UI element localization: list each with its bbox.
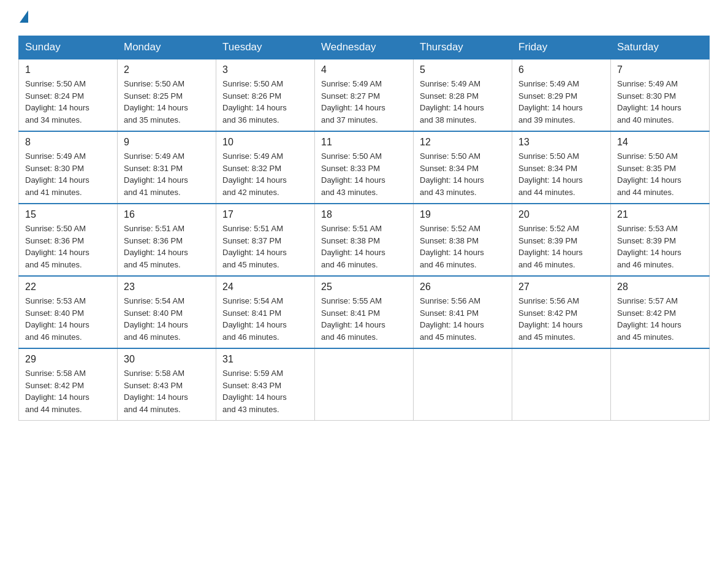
day-cell-3: 3Sunrise: 5:50 AMSunset: 8:26 PMDaylight…: [216, 59, 315, 131]
day-info: Sunrise: 5:51 AMSunset: 8:37 PMDaylight:…: [222, 223, 308, 270]
header-monday: Monday: [118, 36, 216, 59]
day-info: Sunrise: 5:50 AMSunset: 8:26 PMDaylight:…: [222, 78, 308, 126]
day-info: Sunrise: 5:49 AMSunset: 8:30 PMDaylight:…: [617, 78, 703, 126]
day-cell-11: 11Sunrise: 5:50 AMSunset: 8:33 PMDayligh…: [315, 131, 414, 204]
day-info: Sunrise: 5:59 AMSunset: 8:43 PMDaylight:…: [222, 367, 308, 415]
day-info: Sunrise: 5:54 AMSunset: 8:40 PMDaylight:…: [124, 295, 210, 343]
day-info: Sunrise: 5:53 AMSunset: 8:39 PMDaylight:…: [617, 223, 703, 270]
day-number: 5: [420, 64, 506, 75]
day-number: 6: [518, 64, 604, 75]
day-cell-13: 13Sunrise: 5:50 AMSunset: 8:34 PMDayligh…: [512, 131, 611, 204]
day-cell-7: 7Sunrise: 5:49 AMSunset: 8:30 PMDaylight…: [611, 59, 710, 131]
day-number: 8: [25, 137, 111, 148]
week-row-4: 22Sunrise: 5:53 AMSunset: 8:40 PMDayligh…: [19, 276, 710, 348]
header-thursday: Thursday: [414, 36, 512, 59]
day-info: Sunrise: 5:49 AMSunset: 8:30 PMDaylight:…: [25, 150, 111, 198]
day-cell-4: 4Sunrise: 5:49 AMSunset: 8:27 PMDaylight…: [315, 59, 414, 131]
day-cell-16: 16Sunrise: 5:51 AMSunset: 8:36 PMDayligh…: [118, 204, 216, 276]
day-cell-24: 24Sunrise: 5:54 AMSunset: 8:41 PMDayligh…: [216, 276, 315, 348]
week-row-2: 8Sunrise: 5:49 AMSunset: 8:30 PMDaylight…: [19, 131, 710, 204]
day-info: Sunrise: 5:52 AMSunset: 8:39 PMDaylight:…: [518, 223, 604, 270]
empty-cell: [611, 348, 710, 421]
day-info: Sunrise: 5:50 AMSunset: 8:33 PMDaylight:…: [321, 150, 407, 198]
empty-cell: [512, 348, 611, 421]
day-number: 14: [617, 137, 703, 148]
day-number: 31: [222, 354, 308, 365]
day-number: 10: [222, 137, 308, 148]
day-info: Sunrise: 5:49 AMSunset: 8:27 PMDaylight:…: [321, 78, 407, 126]
day-number: 17: [222, 209, 308, 220]
page-header: [18, 12, 710, 25]
day-cell-25: 25Sunrise: 5:55 AMSunset: 8:41 PMDayligh…: [315, 276, 414, 348]
day-info: Sunrise: 5:49 AMSunset: 8:28 PMDaylight:…: [420, 78, 506, 126]
day-info: Sunrise: 5:50 AMSunset: 8:34 PMDaylight:…: [420, 150, 506, 198]
day-info: Sunrise: 5:57 AMSunset: 8:42 PMDaylight:…: [617, 295, 703, 343]
day-number: 22: [25, 282, 111, 293]
day-cell-10: 10Sunrise: 5:49 AMSunset: 8:32 PMDayligh…: [216, 131, 315, 204]
week-row-1: 1Sunrise: 5:50 AMSunset: 8:24 PMDaylight…: [19, 59, 710, 131]
day-number: 28: [617, 282, 703, 293]
day-cell-15: 15Sunrise: 5:50 AMSunset: 8:36 PMDayligh…: [19, 204, 118, 276]
day-number: 26: [420, 282, 506, 293]
day-info: Sunrise: 5:55 AMSunset: 8:41 PMDaylight:…: [321, 295, 407, 343]
day-info: Sunrise: 5:52 AMSunset: 8:38 PMDaylight:…: [420, 223, 506, 270]
day-info: Sunrise: 5:49 AMSunset: 8:29 PMDaylight:…: [518, 78, 604, 126]
day-cell-20: 20Sunrise: 5:52 AMSunset: 8:39 PMDayligh…: [512, 204, 611, 276]
header-tuesday: Tuesday: [216, 36, 315, 59]
day-info: Sunrise: 5:58 AMSunset: 8:42 PMDaylight:…: [25, 367, 111, 415]
day-cell-28: 28Sunrise: 5:57 AMSunset: 8:42 PMDayligh…: [611, 276, 710, 348]
day-number: 21: [617, 209, 703, 220]
day-cell-23: 23Sunrise: 5:54 AMSunset: 8:40 PMDayligh…: [118, 276, 216, 348]
day-number: 3: [222, 64, 308, 75]
day-cell-22: 22Sunrise: 5:53 AMSunset: 8:40 PMDayligh…: [19, 276, 118, 348]
day-number: 11: [321, 137, 407, 148]
day-number: 9: [124, 137, 210, 148]
day-number: 15: [25, 209, 111, 220]
week-row-5: 29Sunrise: 5:58 AMSunset: 8:42 PMDayligh…: [19, 348, 710, 421]
day-number: 18: [321, 209, 407, 220]
day-info: Sunrise: 5:50 AMSunset: 8:25 PMDaylight:…: [124, 78, 210, 126]
day-number: 25: [321, 282, 407, 293]
day-info: Sunrise: 5:56 AMSunset: 8:42 PMDaylight:…: [518, 295, 604, 343]
day-number: 19: [420, 209, 506, 220]
day-number: 27: [518, 282, 604, 293]
empty-cell: [315, 348, 414, 421]
day-cell-26: 26Sunrise: 5:56 AMSunset: 8:41 PMDayligh…: [414, 276, 512, 348]
day-info: Sunrise: 5:49 AMSunset: 8:31 PMDaylight:…: [124, 150, 210, 198]
logo-triangle-icon: [20, 10, 28, 23]
day-info: Sunrise: 5:51 AMSunset: 8:38 PMDaylight:…: [321, 223, 407, 270]
day-info: Sunrise: 5:58 AMSunset: 8:43 PMDaylight:…: [124, 367, 210, 415]
day-info: Sunrise: 5:56 AMSunset: 8:41 PMDaylight:…: [420, 295, 506, 343]
day-info: Sunrise: 5:53 AMSunset: 8:40 PMDaylight:…: [25, 295, 111, 343]
header-saturday: Saturday: [611, 36, 710, 59]
day-cell-19: 19Sunrise: 5:52 AMSunset: 8:38 PMDayligh…: [414, 204, 512, 276]
logo: [18, 12, 28, 25]
day-cell-29: 29Sunrise: 5:58 AMSunset: 8:42 PMDayligh…: [19, 348, 118, 421]
day-cell-31: 31Sunrise: 5:59 AMSunset: 8:43 PMDayligh…: [216, 348, 315, 421]
day-cell-21: 21Sunrise: 5:53 AMSunset: 8:39 PMDayligh…: [611, 204, 710, 276]
day-number: 7: [617, 64, 703, 75]
day-number: 16: [124, 209, 210, 220]
day-info: Sunrise: 5:49 AMSunset: 8:32 PMDaylight:…: [222, 150, 308, 198]
day-info: Sunrise: 5:50 AMSunset: 8:24 PMDaylight:…: [25, 78, 111, 126]
empty-cell: [414, 348, 512, 421]
day-number: 29: [25, 354, 111, 365]
day-cell-14: 14Sunrise: 5:50 AMSunset: 8:35 PMDayligh…: [611, 131, 710, 204]
day-cell-8: 8Sunrise: 5:49 AMSunset: 8:30 PMDaylight…: [19, 131, 118, 204]
header-sunday: Sunday: [19, 36, 118, 59]
day-info: Sunrise: 5:54 AMSunset: 8:41 PMDaylight:…: [222, 295, 308, 343]
day-cell-1: 1Sunrise: 5:50 AMSunset: 8:24 PMDaylight…: [19, 59, 118, 131]
day-number: 12: [420, 137, 506, 148]
day-number: 4: [321, 64, 407, 75]
calendar-table: SundayMondayTuesdayWednesdayThursdayFrid…: [18, 36, 710, 421]
day-number: 13: [518, 137, 604, 148]
day-number: 2: [124, 64, 210, 75]
day-info: Sunrise: 5:51 AMSunset: 8:36 PMDaylight:…: [124, 223, 210, 270]
week-row-3: 15Sunrise: 5:50 AMSunset: 8:36 PMDayligh…: [19, 204, 710, 276]
day-number: 23: [124, 282, 210, 293]
day-number: 20: [518, 209, 604, 220]
day-cell-18: 18Sunrise: 5:51 AMSunset: 8:38 PMDayligh…: [315, 204, 414, 276]
day-cell-2: 2Sunrise: 5:50 AMSunset: 8:25 PMDaylight…: [118, 59, 216, 131]
day-number: 24: [222, 282, 308, 293]
header-friday: Friday: [512, 36, 611, 59]
